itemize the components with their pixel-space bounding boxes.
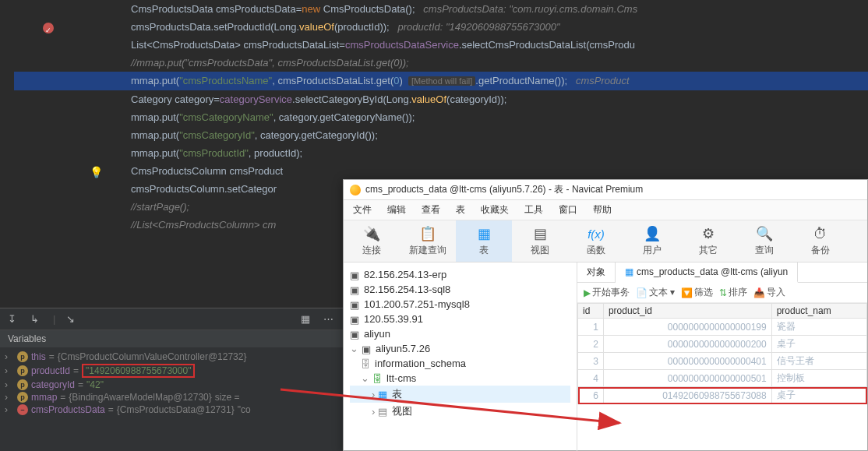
toolbar-用户[interactable]: 👤用户 (624, 220, 680, 262)
expand-icon[interactable]: › (5, 404, 14, 415)
subtoolbar-item[interactable]: 📄文本 ▾ (636, 286, 675, 299)
tree-server[interactable]: ▣101.200.57.251-mysql8 (350, 297, 570, 312)
variable-row[interactable]: ›p categoryId = "42" (5, 379, 338, 391)
variables-header: Variables (0, 330, 343, 347)
table-toolbar: ▶开始事务📄文本 ▾🔽筛选⇅排序📥导入 (577, 283, 867, 303)
connection-tree[interactable]: ▣82.156.254.13-erp▣82.156.254.13-sql8▣10… (344, 262, 577, 451)
menu-item[interactable]: 文件 (353, 203, 372, 217)
caret-icon[interactable]: ⌄ (350, 343, 358, 354)
menu-item[interactable]: 帮助 (593, 203, 612, 217)
subtoolbar-item[interactable]: 🔽筛选 (681, 286, 713, 299)
menu-item[interactable]: 查看 (422, 203, 440, 217)
server-icon: ▣ (350, 284, 361, 295)
variable-row[interactable]: ›p productId = "1492060988755673000" (5, 363, 338, 379)
database-icon: 🗄 (361, 358, 372, 369)
column-header[interactable]: product_id (603, 304, 771, 319)
var-value: "42" (86, 379, 104, 390)
toolbar-icon: ⚙ (698, 225, 718, 242)
step-icon[interactable]: ↧ (8, 313, 19, 325)
table-row[interactable]: 20000000000000000200桌子 (578, 336, 867, 353)
cell[interactable]: 0000000000000000199 (603, 319, 771, 336)
more-icon[interactable]: ⋯ (323, 313, 335, 325)
toolbar-icon: 👤 (642, 225, 662, 242)
toolbar-新建查询[interactable]: 📋新建查询 (400, 220, 456, 262)
caret-icon[interactable]: › (372, 389, 375, 400)
tree-database-active[interactable]: ⌄🗄ltt-cms (350, 371, 570, 386)
toolbar-查询[interactable]: 🔍查询 (736, 220, 792, 262)
tree-database[interactable]: 🗄information_schema (350, 356, 570, 371)
cell[interactable]: 1 (578, 319, 604, 336)
caret-icon[interactable]: › (372, 406, 375, 418)
cell[interactable]: 2 (578, 336, 604, 353)
cell[interactable]: 01492060988755673088 (603, 387, 771, 404)
tree-server-open[interactable]: ⌄▣aliyun5.7.26 (350, 341, 570, 356)
step-icon[interactable]: ↳ (30, 313, 42, 325)
variable-row[interactable]: ›p this = {CmsProductColumnValueControll… (5, 351, 338, 363)
menu-item[interactable]: 编辑 (387, 203, 406, 217)
tree-server[interactable]: ▣120.55.39.91 (350, 312, 570, 326)
table-row[interactable]: 10000000000000000199瓷器 (578, 319, 867, 336)
tree-tables[interactable]: ›▦表 (350, 386, 570, 403)
table-row[interactable]: 30000000000000000401信号王者 (578, 353, 867, 370)
variables-tree[interactable]: ›p this = {CmsProductColumnValueControll… (0, 347, 343, 419)
cell[interactable]: 4 (578, 370, 604, 387)
menu-item[interactable]: 工具 (524, 203, 543, 217)
tree-views[interactable]: ›▤视图 (350, 403, 570, 420)
tab-objects[interactable]: 对象 (577, 262, 616, 282)
variable-row[interactable]: ›p mmap = {BindingAwareModelMap@12730} s… (5, 391, 338, 403)
column-header[interactable]: product_nam (771, 304, 866, 319)
subtoolbar-item[interactable]: ⇅排序 (719, 286, 747, 299)
subtoolbar-item[interactable]: ▶开始事务 (584, 286, 630, 299)
toolbar-备份[interactable]: ⏱备份 (792, 220, 849, 262)
main-toolbar: 🔌连接📋新建查询▦表▤视图f(x)函数👤用户⚙其它🔍查询⏱备份 (344, 220, 867, 262)
subtoolbar-item[interactable]: 📥导入 (753, 286, 785, 299)
var-name: productId (31, 365, 70, 376)
toolbar-函数[interactable]: f(x)函数 (568, 220, 624, 262)
cell[interactable]: 瓷器 (771, 319, 866, 336)
toolbar-视图[interactable]: ▤视图 (512, 220, 568, 262)
toolbar-连接[interactable]: 🔌连接 (344, 220, 400, 262)
cell[interactable]: 6 (578, 387, 604, 404)
expand-icon[interactable]: › (5, 392, 14, 403)
code-line: CmsProductsData cmsProductsData=new CmsP… (14, 0, 868, 18)
toolbar-表[interactable]: ▦表 (456, 220, 512, 262)
code-line: //mmap.put("cmsProductsData", cmsProduct… (14, 54, 868, 72)
kind-icon: p (17, 365, 28, 376)
debug-panel: ↧ ↳ | ↘ ▦ ⋯ Variables + − ›p this = {Cms… (0, 308, 343, 451)
toolbar-其它[interactable]: ⚙其它 (680, 220, 736, 262)
table-row[interactable]: 40000000000000000501控制板 (578, 370, 867, 387)
cell[interactable]: 桌子 (771, 336, 866, 353)
cell[interactable]: 信号王者 (771, 353, 866, 370)
caret-icon[interactable]: ⌄ (361, 372, 369, 384)
data-grid[interactable]: idproduct_idproduct_nam10000000000000000… (577, 303, 867, 451)
tab-table[interactable]: ▦cms_products_data @ltt-cms (aliyun (616, 262, 798, 283)
step-icon[interactable]: ↘ (66, 313, 78, 325)
column-header[interactable]: id (578, 304, 604, 319)
cell[interactable]: 0000000000000000401 (603, 353, 771, 370)
menu-item[interactable]: 表 (456, 203, 465, 217)
tree-server[interactable]: ▣82.156.254.13-sql8 (350, 282, 570, 297)
menu-item[interactable]: 窗口 (559, 203, 577, 217)
expand-icon[interactable]: › (5, 365, 14, 376)
calc-icon[interactable]: ▦ (301, 313, 312, 325)
cell[interactable]: 0000000000000000200 (603, 336, 771, 353)
expand-icon[interactable]: › (5, 351, 14, 362)
cell[interactable]: 0000000000000000501 (603, 370, 771, 387)
table-row[interactable]: 601492060988755673088桌子 (578, 387, 867, 404)
cell[interactable]: 控制板 (771, 370, 866, 387)
subtoolbar-icon: ▶ (584, 287, 591, 298)
tree-server[interactable]: ▣82.156.254.13-erp (350, 267, 570, 282)
variable-row[interactable]: ›– cmsProductsData = {CmsProductsData@12… (5, 403, 338, 416)
navicat-logo-icon (350, 185, 361, 196)
var-value: "1492060988755673000" (82, 364, 195, 378)
code-line: cmsProductsData.setProductId(Long.valueO… (14, 18, 868, 36)
menu-item[interactable]: 收藏夹 (481, 203, 509, 217)
window-title-bar[interactable]: cms_products_data @ltt-cms (aliyun5.7.26… (344, 180, 867, 200)
toolbar-icon: 🔌 (362, 225, 382, 242)
server-icon: ▣ (362, 344, 372, 354)
tree-server[interactable]: ▣aliyun (350, 326, 570, 341)
navicat-window[interactable]: cms_products_data @ltt-cms (aliyun5.7.26… (343, 179, 868, 451)
expand-icon[interactable]: › (5, 379, 14, 390)
cell[interactable]: 桌子 (771, 387, 866, 404)
cell[interactable]: 3 (578, 353, 604, 370)
